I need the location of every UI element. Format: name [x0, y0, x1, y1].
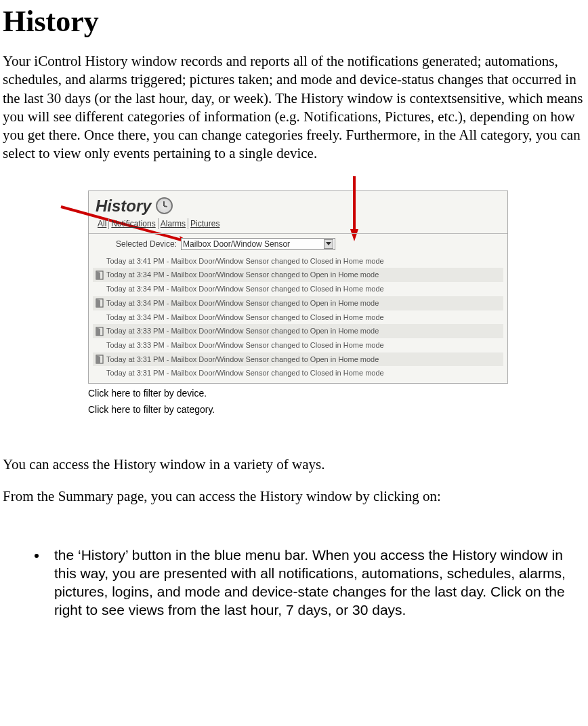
svg-marker-3 — [326, 242, 331, 245]
history-row: Today at 3:34 PM - Mailbox Door/Window S… — [93, 296, 503, 310]
door-open-icon — [96, 327, 104, 336]
caption-filter-category: Click here to filter by category. — [88, 404, 585, 415]
history-row: Today at 3:34 PM - Mailbox Door/Window S… — [93, 310, 503, 325]
svg-marker-7 — [96, 271, 100, 279]
history-screenshot: History All Notifications Alarms Picture… — [88, 190, 522, 384]
history-row-text: Today at 3:34 PM - Mailbox Door/Window S… — [106, 297, 379, 310]
svg-marker-15 — [96, 327, 100, 336]
device-select-value: Mailbox Door/Window Sensor — [183, 239, 290, 249]
body-paragraph-1: You can access the History window in a v… — [3, 456, 585, 474]
list-item: the ‘History’ button in the blue menu ba… — [47, 546, 585, 620]
panel-title: History — [96, 197, 152, 216]
tab-pictures[interactable]: Pictures — [188, 218, 222, 229]
chevron-down-icon — [324, 239, 333, 249]
history-row: Today at 3:34 PM - Mailbox Door/Window S… — [93, 268, 503, 282]
device-select[interactable]: Mailbox Door/Window Sensor — [181, 238, 335, 250]
door-open-icon — [96, 298, 104, 308]
svg-marker-19 — [96, 355, 100, 363]
door-open-icon — [96, 270, 104, 280]
history-row: Today at 3:31 PM - Mailbox Door/Window S… — [93, 366, 503, 380]
history-row-text: Today at 3:34 PM - Mailbox Door/Window S… — [106, 283, 384, 296]
body-paragraph-2: From the Summary page, you can access th… — [3, 487, 585, 506]
device-selector-label: Selected Device: — [116, 239, 177, 249]
history-row: Today at 3:33 PM - Mailbox Door/Window S… — [93, 338, 503, 352]
history-panel: History All Notifications Alarms Picture… — [88, 190, 508, 384]
history-row: Today at 3:41 PM - Mailbox Door/Window S… — [93, 254, 503, 268]
clock-icon — [156, 197, 173, 214]
history-row: Today at 3:31 PM - Mailbox Door/Window S… — [93, 352, 503, 367]
history-row-text: Today at 3:33 PM - Mailbox Door/Window S… — [106, 325, 379, 338]
history-list: Today at 3:41 PM - Mailbox Door/Window S… — [93, 254, 503, 380]
history-row-text: Today at 3:31 PM - Mailbox Door/Window S… — [106, 367, 384, 380]
history-row-text: Today at 3:31 PM - Mailbox Door/Window S… — [106, 353, 379, 366]
intro-paragraph: Your iControl History window records and… — [3, 52, 585, 163]
history-row-text: Today at 3:34 PM - Mailbox Door/Window S… — [106, 311, 384, 324]
tab-all[interactable]: All — [96, 218, 109, 229]
caption-filter-device: Click here to filter by device. — [88, 388, 585, 399]
tab-alarms[interactable]: Alarms — [159, 218, 188, 229]
svg-marker-11 — [96, 299, 100, 307]
history-row-text: Today at 3:34 PM - Mailbox Door/Window S… — [106, 268, 379, 281]
category-tabs: All Notifications Alarms Pictures — [89, 218, 507, 234]
panel-title-bar: History — [89, 191, 507, 218]
history-row-text: Today at 3:33 PM - Mailbox Door/Window S… — [106, 339, 384, 352]
history-row: Today at 3:33 PM - Mailbox Door/Window S… — [93, 324, 503, 338]
device-selector-row: Selected Device: Mailbox Door/Window Sen… — [89, 234, 507, 254]
tab-notifications[interactable]: Notifications — [109, 218, 158, 229]
page-title: History — [3, 4, 585, 39]
history-row: Today at 3:34 PM - Mailbox Door/Window S… — [93, 282, 503, 296]
access-methods-list: the ‘History’ button in the blue menu ba… — [3, 546, 585, 620]
door-open-icon — [96, 355, 104, 364]
history-row-text: Today at 3:41 PM - Mailbox Door/Window S… — [106, 255, 384, 268]
